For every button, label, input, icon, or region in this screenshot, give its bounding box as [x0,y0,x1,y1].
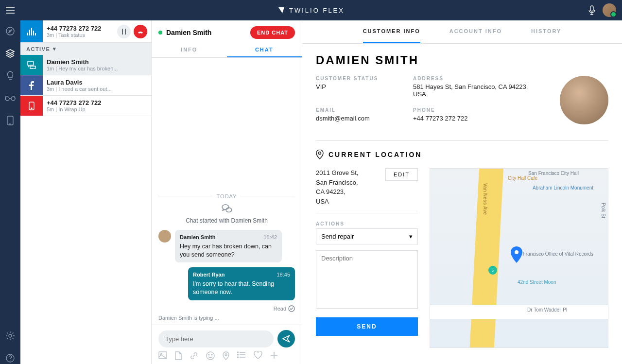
link-icon[interactable] [190,351,198,360]
day-separator: TODAY [158,193,295,199]
actions-label: ACTIONS [316,221,418,226]
nav-phone-icon[interactable] [4,115,16,126]
svg-point-17 [225,354,227,356]
mic-icon[interactable] [588,5,596,15]
send-message-button[interactable] [277,330,295,347]
send-action-button[interactable]: SEND [316,317,418,336]
chevron-down-icon: ▾ [409,233,413,240]
svg-point-15 [208,354,209,355]
brand-icon [277,6,285,14]
active-call-header[interactable]: +44 77273 272 722 3m | Task status [20,20,151,43]
svg-point-19 [238,354,239,355]
status-value: VIP [316,83,403,90]
svg-point-18 [238,352,239,353]
facebook-icon [20,75,43,95]
svg-point-8 [31,108,32,109]
description-input[interactable] [316,250,418,309]
address-value: 581 Hayes St, San Francisco, CA 94223, U… [413,83,536,98]
pin-icon [316,150,324,159]
call-sub: 3m | Task status [47,32,113,38]
map-label: Abraham Lincoln Monument [533,185,593,191]
nav-glasses-icon[interactable] [4,92,16,104]
pause-button[interactable] [117,25,131,38]
map[interactable]: San Francisco City Hall City Hall Cafe A… [430,168,608,348]
nav-rail [0,20,20,364]
nav-layers-icon[interactable] [4,48,16,59]
nav-bulb-icon[interactable] [4,70,16,82]
chat-bubbles-icon [158,204,295,215]
read-receipt: Read [158,305,295,312]
call-phone: +44 77273 272 722 [47,25,113,32]
active-section-toggle[interactable]: ACTIVE▾ [20,43,151,55]
task-sub: 5m | In Wrap Up [47,106,147,112]
edit-button[interactable]: EDIT [385,168,418,181]
map-label: Dr Tom Waddell Pl [527,307,567,312]
address-label: ADDRESS [413,76,536,81]
svg-point-16 [211,354,212,355]
svg-point-1 [6,27,14,35]
location-icon[interactable] [223,351,229,360]
brand: TWILIO FLEX [277,6,345,14]
map-label: San Francisco Office of Vital Records [513,251,593,257]
actions-dropdown[interactable]: Send repair ▾ [316,228,418,244]
end-chat-button[interactable]: END CHAT [250,26,295,39]
svg-point-20 [238,357,239,358]
customer-name: DAMIEN SMITH [316,53,608,67]
map-poi-icon: ♪ [488,266,497,275]
user-avatar[interactable] [603,3,616,17]
msg-avatar [158,230,171,243]
message-in: Damien Smith18:42Hey my car has broken d… [158,230,295,263]
svg-point-14 [207,352,214,360]
map-pin-icon [510,246,523,263]
chat-icon [20,55,43,75]
svg-rect-4 [7,116,13,125]
chevron-down-icon: ▾ [53,46,57,52]
plus-icon[interactable] [270,351,278,360]
svg-point-10 [226,208,232,212]
file-icon[interactable] [175,351,182,360]
task-sub: 3m | I need a car sent out... [47,86,147,92]
task-title: +44 77273 272 722 [47,99,147,106]
status-label: CUSTOMER STATUS [316,76,403,81]
map-label: 42nd Street Moon [518,279,556,285]
image-icon[interactable] [158,351,167,360]
hangup-button[interactable] [134,25,147,38]
task-item[interactable]: Damien Smith1m | Hey my car has broken..… [20,55,151,75]
nav-settings-icon[interactable] [4,330,16,342]
task-list: +44 77273 272 722 3m | Task status ACTIV… [20,20,152,364]
tab-info[interactable]: INFO [152,43,227,57]
map-label: Van Ness Ave [483,183,488,215]
chat-contact-name: Damien Smith [166,29,211,36]
menu-icon[interactable] [6,7,15,14]
svg-point-21 [319,152,321,155]
task-title: Damien Smith [47,58,147,66]
svg-rect-0 [590,6,593,11]
heart-icon[interactable] [254,351,262,360]
svg-point-5 [9,334,12,337]
info-pane: CUSTOMER INFO ACCOUNT INFO HISTORY DAMIE… [302,20,622,364]
email-label: EMAIL [316,107,403,113]
call-pulse-icon [20,20,43,42]
task-item[interactable]: +44 77273 272 7225m | In Wrap Up [20,96,151,116]
typing-indicator: Damien Smith is typing ... [158,315,295,321]
email-value: dsmith@email.com [316,115,403,122]
message-out: Robert Ryan18:45I'm sorry to hear that. … [158,267,295,300]
svg-point-22 [515,250,518,254]
tab-account-info[interactable]: ACCOUNT INFO [449,20,502,43]
nav-help-icon[interactable] [4,352,16,364]
chat-pane: Damien Smith END CHAT INFO CHAT TODAY Ch… [152,20,302,364]
tab-customer-info[interactable]: CUSTOMER INFO [363,20,420,43]
svg-point-9 [222,205,229,209]
tab-chat[interactable]: CHAT [227,43,302,57]
customer-photo [560,76,608,124]
message-input[interactable] [158,330,274,347]
list-icon[interactable] [237,351,246,360]
map-label: City Hall Cafe [508,175,537,181]
task-item[interactable]: Laura Davis3m | I need a car sent out... [20,75,151,96]
phone-red-icon [20,96,43,116]
tab-history[interactable]: HISTORY [531,20,561,43]
nav-compass-icon[interactable] [4,25,16,37]
map-label: Polk St [601,203,606,218]
phone-label: PHONE [413,107,536,113]
emoji-icon[interactable] [206,351,215,360]
